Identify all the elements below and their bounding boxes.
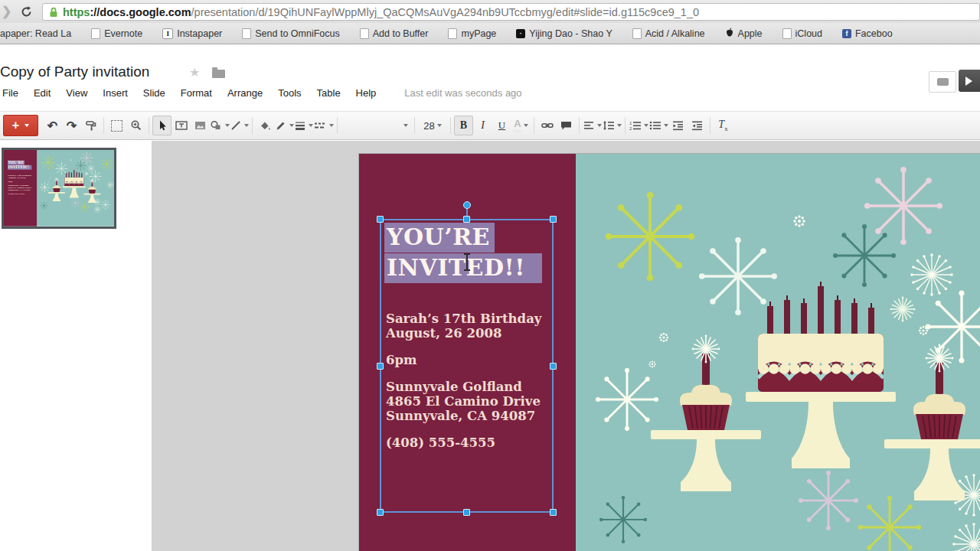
line-dash-icon	[313, 119, 327, 132]
bookmark-facebook[interactable]: fFaceboo	[842, 28, 893, 39]
resize-handle[interactable]	[377, 363, 384, 370]
align-icon	[583, 119, 595, 132]
resize-handle[interactable]	[550, 216, 557, 223]
insert-image-button[interactable]	[191, 116, 210, 135]
bold-button[interactable]: B	[454, 116, 473, 135]
bookmark-icloud[interactable]: iCloud	[782, 28, 822, 39]
undo-button[interactable]: ↶	[43, 116, 62, 135]
line-spacing-button[interactable]	[602, 116, 622, 135]
star-icon[interactable]: ★	[189, 65, 200, 80]
birthday-cake	[746, 282, 896, 468]
menu-table[interactable]: Table	[309, 87, 348, 99]
invitation-details: Sarah’s 17th BirthdayAugust, 26 2008 6pm…	[8, 174, 31, 197]
bookmark-mypage[interactable]: myPage	[448, 28, 496, 39]
cake-illustration	[576, 154, 980, 551]
insert-line-button[interactable]	[230, 116, 249, 135]
bulleted-list-button[interactable]	[648, 116, 668, 135]
forward-button[interactable]: ❯	[2, 4, 11, 18]
menu-file[interactable]: File	[0, 87, 26, 99]
facebook-icon: f	[842, 29, 851, 38]
menu-slide[interactable]: Slide	[136, 87, 173, 99]
bookmark-apple[interactable]: Apple	[725, 28, 763, 40]
menu-insert[interactable]: Insert	[95, 87, 136, 99]
line-weight-button[interactable]	[294, 116, 313, 135]
bookmark-acid-alkaline[interactable]: Acid / Alkaline	[632, 28, 705, 39]
resize-handle[interactable]	[377, 216, 384, 223]
selected-text-line: INVITED!!	[8, 165, 31, 170]
document-title[interactable]: Copy of Party invitation	[0, 64, 149, 80]
bookmark-evernote[interactable]: Evernote	[91, 28, 142, 39]
url-host: ://docs.google.com	[90, 6, 191, 18]
outdent-button[interactable]	[668, 116, 688, 135]
menu-edit[interactable]: Edit	[26, 87, 58, 99]
resize-handle[interactable]	[377, 509, 384, 516]
numbered-list-button[interactable]: 12	[629, 116, 648, 135]
font-size-select[interactable]: 28	[418, 116, 447, 135]
menu-tools[interactable]: Tools	[270, 87, 309, 99]
insert-comment-button[interactable]	[557, 116, 576, 135]
cupcake-left	[48, 178, 65, 201]
comments-button[interactable]	[929, 71, 956, 93]
invitation-left-panel: YOU’RE INVITED!! Sarah’s 17th BirthdayAu…	[4, 150, 37, 227]
underline-button[interactable]: U	[492, 116, 511, 135]
slide-thumbnail-content: YOU’RE INVITED!! Sarah’s 17th BirthdayAu…	[4, 150, 114, 227]
font-family-select[interactable]	[341, 116, 411, 135]
bookmark-omnifocus[interactable]: Send to OmniFocus	[242, 28, 339, 39]
menu-view[interactable]: View	[58, 87, 95, 99]
clear-formatting-button[interactable]: Tx	[714, 116, 733, 135]
new-slide-button[interactable]: +	[3, 115, 38, 136]
zoom-fit-icon	[111, 120, 122, 132]
page-icon	[632, 28, 642, 39]
insert-link-button[interactable]	[537, 116, 557, 135]
indent-button[interactable]	[688, 116, 707, 135]
italic-button[interactable]: I	[473, 116, 492, 135]
folder-icon[interactable]	[212, 70, 225, 78]
bookmark-buffer[interactable]: Add to Buffer	[360, 28, 429, 39]
select-cursor-button[interactable]	[152, 116, 172, 135]
bookmark-yijing-dao[interactable]: ·Yijing Dao - Shao Y	[516, 28, 612, 39]
redo-button[interactable]: ↷	[62, 116, 81, 135]
menu-help[interactable]: Help	[348, 87, 384, 99]
paint-format-button[interactable]	[81, 116, 100, 135]
chevron-down-icon	[403, 124, 408, 127]
slide-canvas[interactable]: YOU’RE INVITED!! Sarah’s 17th BirthdayAu…	[152, 141, 980, 551]
present-button[interactable]	[959, 70, 980, 92]
reload-button[interactable]	[17, 2, 35, 21]
menu-format[interactable]: Format	[173, 87, 220, 99]
slide-thumbnail[interactable]: YOU’RE INVITED!! Sarah’s 17th BirthdayAu…	[2, 148, 116, 229]
line-color-button[interactable]	[275, 116, 294, 135]
line-dash-button[interactable]	[313, 116, 334, 135]
fill-color-button[interactable]	[256, 116, 275, 135]
last-edit-status: Last edit was seconds ago	[404, 87, 521, 99]
page-icon	[782, 28, 792, 39]
text-color-button[interactable]: A	[511, 116, 531, 135]
zoom-button[interactable]	[126, 116, 145, 135]
zoom-fit-button[interactable]	[107, 116, 126, 135]
align-button[interactable]	[583, 116, 602, 135]
resize-handle[interactable]	[550, 363, 557, 370]
resize-handle[interactable]	[550, 509, 557, 516]
url-bar[interactable]: https://docs.google.com/presentation/d/1…	[42, 3, 980, 21]
insert-shape-button[interactable]	[210, 116, 230, 135]
menu-arrange[interactable]: Arrange	[220, 87, 270, 99]
invitation-left-panel: YOU’RE INVITED!! Sarah’s 17th BirthdayAu…	[359, 154, 576, 551]
bookmark-read-later[interactable]: apaper: Read La	[0, 28, 71, 39]
comment-icon	[560, 119, 573, 132]
docs-header: Copy of Party invitation ★ File Edit Vie…	[0, 44, 980, 111]
cake-illustration	[37, 150, 115, 227]
indent-icon	[691, 119, 704, 132]
resize-handle[interactable]	[463, 216, 470, 223]
birthday-cake	[63, 169, 86, 197]
bookmark-instapaper[interactable]: IInstapaper	[162, 28, 222, 39]
slide[interactable]: YOU’RE INVITED!! Sarah’s 17th BirthdayAu…	[359, 154, 980, 551]
text-box-button[interactable]	[172, 116, 191, 135]
browser-chrome: ❯ https://docs.google.com/presentation/d…	[0, 0, 980, 23]
resize-handle[interactable]	[463, 509, 470, 516]
ibeam-cursor	[466, 254, 468, 270]
slide-filmstrip: YOU’RE INVITED!! Sarah’s 17th BirthdayAu…	[0, 141, 152, 551]
chevron-down-icon	[24, 124, 29, 127]
content-area: YOU’RE INVITED!! Sarah’s 17th BirthdayAu…	[0, 141, 980, 551]
font-size-value: 28	[423, 120, 434, 132]
slide-thumbnail-clone[interactable]: YOU’RE INVITED!! Sarah’s 17th BirthdayAu…	[4, 150, 115, 227]
rotation-handle[interactable]	[463, 201, 471, 209]
